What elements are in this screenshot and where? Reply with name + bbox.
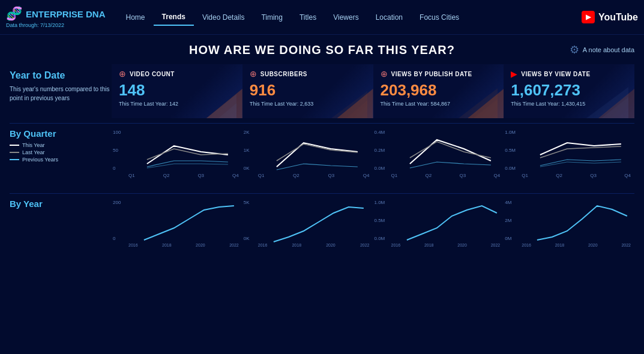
- kpi-video-count: ⊕ VIDEO COUNT 148 This Time Last Year: 1…: [112, 64, 242, 118]
- q-x2-3: Q3: [590, 173, 597, 178]
- q-ymid-0: 50: [113, 148, 118, 153]
- ytd-title: Year to Date: [10, 70, 112, 81]
- by-year-title: By Year: [10, 199, 112, 209]
- q-x1-3: Q2: [556, 173, 562, 178]
- y-ymin-2: 0.0M: [375, 236, 385, 241]
- legend-label-this-year: This Year: [22, 142, 45, 148]
- y-chart-3: 4M 2M 0M 2016 2018 2020 2022: [504, 199, 634, 250]
- by-quarter-row: By Quarter This Year Last Year Previous …: [10, 128, 634, 188]
- dots-icon: ⚙: [570, 43, 579, 56]
- q-x2-1: Q3: [328, 173, 334, 178]
- by-year-left: By Year: [10, 199, 112, 212]
- y-svg-0: [127, 201, 251, 243]
- legend-last-year: Last Year: [10, 149, 112, 155]
- y-chart-1: 5K 0K 2016 2018 2020 2022: [242, 199, 373, 250]
- y-ymin-0: 0: [113, 236, 115, 241]
- nav-home[interactable]: Home: [118, 10, 154, 25]
- q-ymin-0: 0: [113, 166, 115, 171]
- nav-trends[interactable]: Trends: [154, 9, 194, 26]
- y-x0-2: 2016: [391, 243, 401, 247]
- y-x0-1: 2016: [258, 243, 268, 247]
- legend-prev-years: Previous Years: [10, 157, 112, 163]
- main-title: HOW ARE WE DOING SO FAR THIS YEAR?: [10, 43, 634, 57]
- y-x1-2: 2018: [424, 243, 434, 247]
- q-svg-3: [520, 131, 644, 173]
- ytd-desc: This year's numbers compared to this poi…: [10, 85, 112, 103]
- y-ymin-3: 0M: [505, 236, 511, 241]
- kpi-row: Year to Date This year's numbers compare…: [10, 64, 634, 118]
- nav-titles[interactable]: Titles: [291, 10, 325, 25]
- logo-text: ENTERPRISE DNA: [26, 9, 106, 19]
- y-ymax-1: 5K: [244, 200, 250, 205]
- kpi-icon-yt: ▶: [511, 69, 517, 79]
- q-ymax-3: 1.0M: [505, 130, 516, 135]
- youtube-logo: ▶ YouTube: [582, 11, 638, 23]
- legend: This Year Last Year Previous Years: [10, 142, 112, 163]
- q-svg-0: [127, 131, 251, 173]
- y-ymid-3: 2M: [505, 218, 511, 223]
- y-x3-0: 2022: [229, 243, 239, 247]
- q-x0-2: Q1: [391, 173, 398, 178]
- q-ymax-1: 2K: [244, 130, 250, 135]
- q-x2-2: Q3: [460, 173, 466, 178]
- youtube-icon: ▶: [582, 11, 595, 23]
- kpi-icon-subs: ⊕: [250, 69, 257, 79]
- q-x0-0: Q1: [128, 173, 135, 178]
- y-x3-2: 2022: [491, 243, 501, 247]
- q-x3-2: Q4: [494, 173, 501, 178]
- y-ymin-1: 0K: [244, 236, 250, 241]
- y-x2-3: 2020: [588, 243, 598, 247]
- kpi-label-views-pub: VIEWS BY PUBLISH DATE: [391, 71, 472, 77]
- nav-links: Home Trends Video Details Timing Titles …: [118, 9, 582, 26]
- navbar: 🧬 ENTERPRISE DNA Data through: 7/13/2022…: [0, 0, 644, 35]
- y-ymax-0: 200: [113, 200, 121, 205]
- kpi-views-publish: ⊕ VIEWS BY PUBLISH DATE 203,968 This Tim…: [373, 64, 504, 118]
- y-x0-0: 2016: [128, 243, 138, 247]
- kpi-label-video: VIDEO COUNT: [130, 71, 175, 77]
- q-svg-2: [390, 131, 514, 173]
- youtube-label: YouTube: [598, 12, 638, 23]
- divider-2: [10, 193, 634, 194]
- y-x2-0: 2020: [196, 243, 205, 247]
- q-ymin-3: 0.0M: [505, 166, 516, 171]
- data-through-label: Data through: 7/13/2022: [6, 22, 64, 28]
- nav-location[interactable]: Location: [367, 10, 411, 25]
- q-x3-1: Q4: [363, 173, 370, 178]
- kpi-icon-views-pub: ⊕: [381, 69, 388, 79]
- q-x0-3: Q1: [522, 173, 528, 178]
- q-ymax-0: 100: [113, 130, 121, 135]
- by-year-section: By Year 200 0 2016 2018 2020 2022: [10, 199, 634, 250]
- y-chart-0: 200 0 2016 2018 2020 2022: [112, 199, 242, 250]
- q-x1-1: Q2: [293, 173, 299, 178]
- kpi-cards: ⊕ VIDEO COUNT 148 This Time Last Year: 1…: [112, 64, 634, 118]
- q-x2-0: Q3: [197, 173, 204, 178]
- kpi-subscribers: ⊕ SUBSCRIBERS 916 This Time Last Year: 2…: [242, 64, 373, 118]
- divider-1: [10, 123, 634, 124]
- y-x3-3: 2022: [621, 243, 631, 247]
- kpi-bg-shape-pub: [450, 82, 498, 118]
- nav-viewers[interactable]: Viewers: [325, 10, 367, 25]
- q-chart-subs: 2K 1K 0K Q1 Q2 Q3 Q4: [242, 128, 373, 188]
- y-x3-1: 2022: [360, 243, 370, 247]
- q-chart-video: 100 50 0 Q1 Q2 Q3 Q4: [112, 128, 242, 188]
- header-section: HOW ARE WE DOING SO FAR THIS YEAR? ⚙ A n…: [10, 35, 634, 62]
- q-ymax-2: 0.4M: [375, 130, 385, 135]
- logo-area: 🧬 ENTERPRISE DNA Data through: 7/13/2022: [6, 6, 106, 28]
- y-x0-3: 2016: [522, 243, 531, 247]
- legend-line-prev-years: [10, 159, 19, 160]
- legend-label-prev-years: Previous Years: [22, 157, 58, 163]
- nav-timing[interactable]: Timing: [253, 10, 291, 25]
- kpi-bg-shape-subs: [319, 82, 367, 118]
- nav-video-details[interactable]: Video Details: [194, 10, 253, 25]
- nav-focus-cities[interactable]: Focus Cities: [411, 10, 468, 25]
- legend-this-year: This Year: [10, 142, 112, 148]
- kpi-label-views-view: VIEWS BY VIEW DATE: [521, 71, 590, 77]
- y-svg-2: [390, 201, 514, 243]
- y-svg-1: [257, 201, 381, 243]
- q-x0-1: Q1: [258, 173, 265, 178]
- dna-icon: 🧬: [6, 6, 22, 22]
- legend-line-last-year: [10, 152, 19, 153]
- y-x2-1: 2020: [326, 243, 336, 247]
- quarter-charts-area: 100 50 0 Q1 Q2 Q3 Q4: [112, 128, 634, 188]
- legend-label-last-year: Last Year: [22, 149, 45, 155]
